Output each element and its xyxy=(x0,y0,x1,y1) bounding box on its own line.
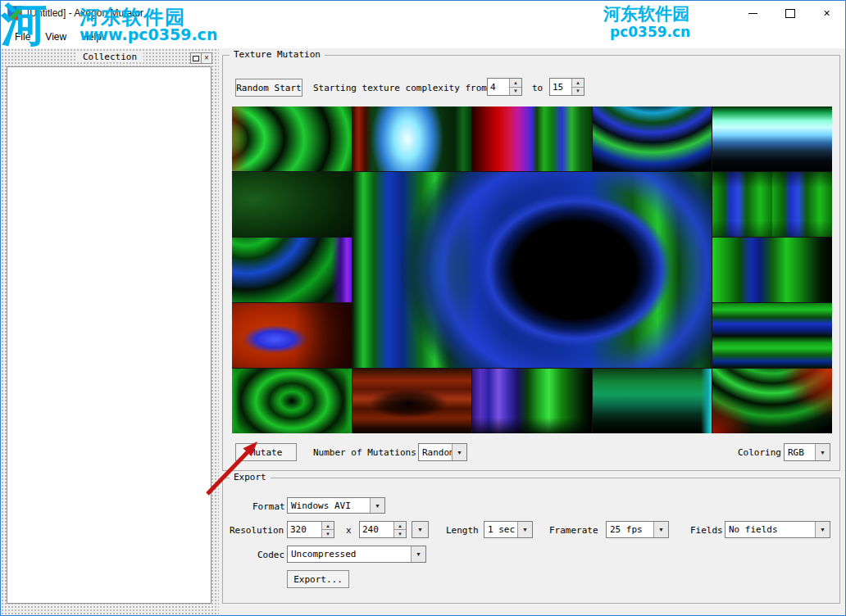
format-dropdown[interactable]: Windows AVI ▼ xyxy=(287,497,385,514)
texture-grid xyxy=(232,106,832,433)
minimize-icon xyxy=(748,13,757,14)
texture-tile-bottom-1[interactable] xyxy=(232,369,352,433)
chevron-down-icon[interactable]: ▼ xyxy=(517,522,532,537)
maximize-icon xyxy=(785,9,795,18)
export-group-title: Export xyxy=(230,472,271,482)
spin-up-button[interactable]: ▲ xyxy=(394,522,406,529)
spin-down-button[interactable]: ▼ xyxy=(572,87,584,96)
framerate-value: 25 fps xyxy=(607,522,653,537)
texture-mutation-group: Texture Mutation Random Start Starting t… xyxy=(222,55,840,471)
collection-panel-title: Collection xyxy=(76,52,143,62)
close-panel-button[interactable]: × xyxy=(201,52,212,64)
float-panel-icon xyxy=(193,56,199,61)
random-start-button[interactable]: Random Start xyxy=(235,79,302,97)
spin-down-button[interactable]: ▼ xyxy=(322,529,334,537)
texture-tile-mid-left-1[interactable] xyxy=(232,172,352,237)
texture-tile-top-3[interactable] xyxy=(472,106,592,171)
framerate-label: Framerate xyxy=(549,525,598,536)
texture-tile-mid-right-1[interactable] xyxy=(712,172,832,237)
chevron-down-icon[interactable]: ▼ xyxy=(370,498,384,513)
maximize-button[interactable] xyxy=(771,1,808,25)
codec-dropdown[interactable]: Uncompressed ▼ xyxy=(287,546,426,563)
num-mutations-label: Number of Mutations xyxy=(313,447,416,458)
texture-tile-top-1[interactable] xyxy=(232,106,352,171)
collection-list[interactable] xyxy=(7,66,212,604)
spin-up-button[interactable]: ▲ xyxy=(572,79,584,87)
codec-value: Uncompressed xyxy=(288,546,411,562)
app-icon[interactable] xyxy=(7,6,22,20)
window-controls: × xyxy=(735,1,845,25)
collection-dock: Collection × xyxy=(1,48,219,615)
texture-tile-mid-right-2[interactable] xyxy=(712,238,832,302)
spin-down-button[interactable]: ▼ xyxy=(510,87,521,96)
texture-tile-bottom-3[interactable] xyxy=(472,369,592,433)
menu-view[interactable]: View xyxy=(38,28,74,46)
complexity-label: Starting texture complexity from xyxy=(313,83,487,93)
texture-tile-bottom-4[interactable] xyxy=(593,369,712,433)
menu-bar: File View Help xyxy=(1,25,845,48)
length-value: 1 sec xyxy=(484,522,517,537)
close-icon: × xyxy=(823,7,830,19)
spin-down-button[interactable]: ▼ xyxy=(394,529,406,537)
length-label: Length xyxy=(446,525,479,536)
resolution-width-value[interactable]: 320 xyxy=(288,522,321,537)
resolution-height-spinner: 240 ▲ ▼ xyxy=(359,521,407,538)
close-button[interactable]: × xyxy=(808,1,845,25)
resolution-width-spinner: 320 ▲ ▼ xyxy=(287,521,334,538)
chevron-down-icon[interactable]: ▼ xyxy=(815,444,830,460)
spin-up-button[interactable]: ▲ xyxy=(510,79,521,87)
resolution-height-value[interactable]: 240 xyxy=(360,522,393,537)
complexity-to-value[interactable]: 15 xyxy=(550,79,571,95)
minimize-button[interactable] xyxy=(735,1,771,25)
spin-up-button[interactable]: ▲ xyxy=(322,522,334,529)
chevron-down-icon[interactable]: ▼ xyxy=(653,522,668,537)
texture-tile-top-2[interactable] xyxy=(352,106,472,171)
main-panel: Texture Mutation Random Start Starting t… xyxy=(221,48,842,615)
close-panel-icon: × xyxy=(204,54,209,62)
mutate-button[interactable]: Mutate xyxy=(235,443,297,461)
resolution-preset-dropdown[interactable]: ▼ xyxy=(412,521,429,538)
app-window: [Untitled] - Axogon Mutator × File View … xyxy=(0,0,846,616)
fields-value: No fields xyxy=(725,522,815,537)
complexity-from-spinner: 4 ▲ ▼ xyxy=(487,78,522,96)
num-mutations-value: Random xyxy=(419,444,452,460)
fields-label: Fields xyxy=(690,525,723,536)
export-group: Export Format Windows AVI ▼ Resolution 3… xyxy=(222,478,840,604)
format-label: Format xyxy=(252,501,285,512)
texture-tile-mid-left-3[interactable] xyxy=(232,303,352,368)
title-bar: [Untitled] - Axogon Mutator × xyxy=(1,1,845,25)
complexity-from-value[interactable]: 4 xyxy=(488,79,509,95)
complexity-to-spinner: 15 ▲ ▼ xyxy=(549,78,584,96)
fields-dropdown[interactable]: No fields ▼ xyxy=(725,521,830,538)
float-panel-button[interactable] xyxy=(190,52,202,64)
num-mutations-dropdown[interactable]: Random ▼ xyxy=(418,443,467,461)
chevron-down-icon[interactable]: ▼ xyxy=(452,444,466,460)
resolution-x-label: x xyxy=(346,525,352,536)
length-dropdown[interactable]: 1 sec ▼ xyxy=(484,521,533,538)
chevron-down-icon[interactable]: ▼ xyxy=(411,546,425,562)
menu-file[interactable]: File xyxy=(7,28,38,46)
texture-tile-bottom-5[interactable] xyxy=(712,369,832,433)
codec-label: Codec xyxy=(257,550,284,560)
texture-mutation-group-title: Texture Mutation xyxy=(230,49,325,60)
coloring-label: Coloring xyxy=(738,447,781,458)
export-button[interactable]: Export... xyxy=(287,570,349,588)
coloring-dropdown[interactable]: RGB ▼ xyxy=(784,443,830,461)
framerate-dropdown[interactable]: 25 fps ▼ xyxy=(606,521,669,538)
texture-tile-mid-left-2[interactable] xyxy=(232,238,352,302)
texture-tile-mid-right-3[interactable] xyxy=(712,303,832,368)
texture-tile-top-5[interactable] xyxy=(712,106,832,171)
menu-help[interactable]: Help xyxy=(74,28,109,46)
chevron-down-icon[interactable]: ▼ xyxy=(412,522,428,537)
texture-tile-bottom-2[interactable] xyxy=(352,369,472,433)
chevron-down-icon[interactable]: ▼ xyxy=(815,522,830,537)
coloring-value: RGB xyxy=(785,444,815,460)
resolution-label: Resolution xyxy=(230,525,284,536)
format-value: Windows AVI xyxy=(288,498,370,513)
texture-tile-center[interactable] xyxy=(352,172,712,368)
to-label: to xyxy=(532,83,543,93)
window-title: [Untitled] - Axogon Mutator xyxy=(27,7,143,19)
texture-tile-top-4[interactable] xyxy=(593,106,712,171)
